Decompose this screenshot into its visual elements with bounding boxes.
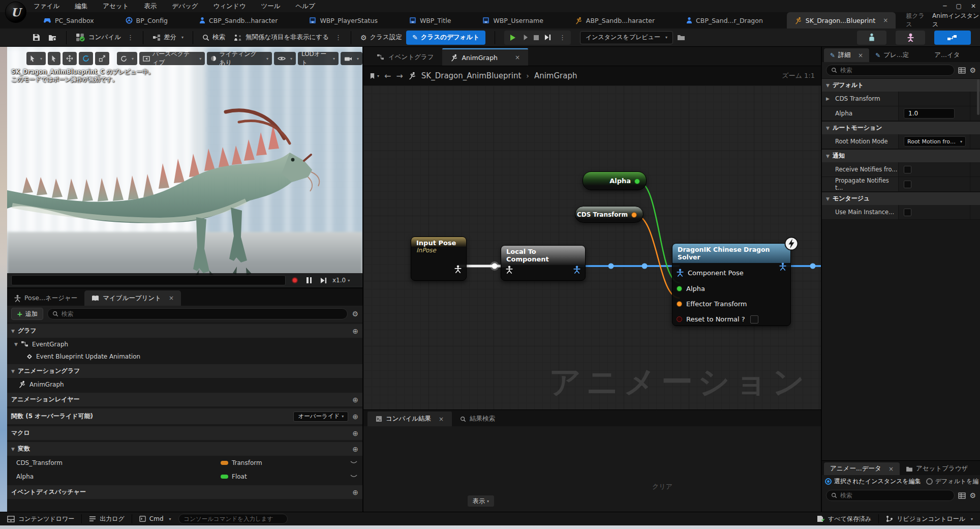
add-dispatcher-icon[interactable]: ⊕ <box>352 488 358 496</box>
root-motion-mode-dropdown[interactable]: Root Motion from M▾ <box>904 136 966 146</box>
node-input-pose[interactable]: Input Pose InPose <box>411 237 467 281</box>
menu-edit[interactable]: 編集 <box>75 2 87 11</box>
maximize-icon[interactable]: ▢ <box>956 3 962 10</box>
tab-my-blueprint[interactable]: マイブループリント × <box>84 290 181 306</box>
preview-instance-dropdown[interactable]: インスタンスをプレビュー▾ <box>580 31 673 44</box>
radio-edit-instance[interactable]: 選択されたインスタンスを編集 <box>825 477 921 486</box>
node-alpha-variable[interactable]: Alpha <box>583 171 647 190</box>
preview-animation-button[interactable] <box>896 31 925 45</box>
tab-bp-config[interactable]: BP_Config <box>118 12 175 28</box>
variable-row-alpha[interactable]: Alpha Float <box>7 469 362 483</box>
eye-closed-icon[interactable] <box>350 475 357 478</box>
viewport-options-dropdown[interactable]: ▾ <box>26 52 46 65</box>
playback-speed-dropdown[interactable]: x1.0▾ <box>332 277 350 284</box>
tab-details[interactable]: ✎ 詳細 × <box>824 48 869 62</box>
bookmark-dropdown[interactable]: ▾ <box>370 73 379 79</box>
snap-rotate-dropdown[interactable]: ▾ <box>117 52 137 65</box>
search-input[interactable] <box>840 67 950 74</box>
cmd-dropdown[interactable]: Cmd▾ <box>132 512 178 525</box>
pose-output-pin[interactable] <box>454 265 462 273</box>
console-command-input[interactable] <box>178 514 288 524</box>
tab-find-results[interactable]: 結果検索 <box>452 412 503 426</box>
override-dropdown[interactable]: オーバーライド▾ <box>293 412 348 422</box>
property-matrix-icon[interactable] <box>958 67 966 74</box>
diff-button[interactable]: 差分▾ <box>148 33 188 42</box>
expander-icon[interactable]: ▶ <box>826 96 830 101</box>
class-defaults-button[interactable]: ✎ クラスのデフォルト <box>406 31 485 45</box>
float-output-pin[interactable] <box>634 179 640 184</box>
component-pose-input-pin[interactable] <box>677 269 684 277</box>
node-local-to-component[interactable]: Local To Component <box>501 245 586 281</box>
search-input[interactable] <box>62 310 343 317</box>
add-button[interactable]: +追加 <box>11 308 43 320</box>
close-tab-icon[interactable]: × <box>889 465 894 473</box>
nav-forward-icon[interactable]: → <box>396 71 403 81</box>
row-use-main-instance[interactable]: Use Main Instance... <box>822 205 980 220</box>
parent-class-link[interactable]: Animインスタンス <box>932 12 980 30</box>
content-drawer-button[interactable]: コンテンツドロワー <box>0 512 81 525</box>
hide-unrelated-button[interactable]: 無関係な項目を非表示にする ⋮ <box>229 33 346 42</box>
show-flags-dropdown[interactable]: ▾ <box>274 52 296 65</box>
anim-graph-row[interactable]: AnimGraph <box>7 378 362 391</box>
hide-unrelated-options-icon[interactable]: ⋮ <box>335 34 342 41</box>
lighting-mode-dropdown[interactable]: ライティングあり▾ <box>207 52 272 65</box>
unreal-logo-icon[interactable]: U <box>5 2 26 23</box>
debug-object-button[interactable] <box>673 34 689 41</box>
section-variables[interactable]: ▼変数⊕ <box>7 442 362 456</box>
tab-cbp-sand-dragon[interactable]: CBP_Sand...r_Dragon <box>679 12 771 28</box>
component-pose-output-pin[interactable] <box>779 262 786 271</box>
select-tool-button[interactable] <box>48 52 60 65</box>
nav-back-icon[interactable]: ← <box>384 71 391 81</box>
node-cds-transform-variable[interactable]: CDS Transform <box>575 206 644 223</box>
my-blueprint-search[interactable] <box>47 308 348 319</box>
tab-abp-sandbox-character[interactable]: ABP_Sandb...haracter <box>567 12 662 28</box>
close-tab-icon[interactable]: × <box>439 416 444 423</box>
save-button[interactable] <box>28 34 44 41</box>
row-propagate-notifies[interactable]: Propagate Notifies t... <box>822 177 980 192</box>
section-macros[interactable]: マクロ⊕ <box>7 426 362 440</box>
browse-asset-button[interactable] <box>44 34 61 41</box>
close-tab-icon[interactable]: × <box>858 52 863 59</box>
section-graphs[interactable]: ▼グラフ⊕ <box>7 324 362 338</box>
minimize-icon[interactable]: ─ <box>943 3 946 10</box>
anim-preview-search[interactable] <box>826 490 955 501</box>
tab-pose-asset-manager[interactable]: Pose...ネージャー <box>7 290 84 306</box>
tab-asset-browser[interactable]: アセットブラウザ <box>900 462 974 475</box>
tab-preview-settings[interactable]: ✎ プレ...定 <box>869 48 915 62</box>
row-receive-notifies[interactable]: Receive Notifies fro... <box>822 162 980 177</box>
event-graph-row[interactable]: ▼ EventGraph <box>7 338 362 350</box>
gear-icon[interactable]: ⚙ <box>969 491 976 499</box>
tab-sk-dragon-blueprint[interactable]: SK_Dragon...Blueprint × <box>787 12 896 28</box>
scale-tool-button[interactable] <box>95 52 109 65</box>
add-variable-icon[interactable]: ⊕ <box>352 445 358 453</box>
section-defaults[interactable]: ▼デフォルト <box>822 78 980 92</box>
tab-wbp-playerstatus[interactable]: WBP_PlayerStatus <box>301 12 385 28</box>
section-animation-layers[interactable]: アニメーションレイヤー⊕ <box>7 393 362 406</box>
row-cds-transform[interactable]: ▶CDS Transform <box>822 92 980 106</box>
property-matrix-icon[interactable] <box>958 492 966 499</box>
tab-wbp-username[interactable]: WBP_Username <box>475 12 550 28</box>
add-macro-icon[interactable]: ⊕ <box>352 429 358 437</box>
radio-edit-defaults[interactable]: デフォルトを編 <box>926 477 979 486</box>
rotate-tool-button[interactable] <box>79 52 93 65</box>
details-scrollbar[interactable] <box>977 79 979 115</box>
row-root-motion-mode[interactable]: Root Motion Mode Root Motion from M▾ <box>822 134 980 149</box>
step-forward-button[interactable] <box>318 275 328 285</box>
tab-anim-preview-data[interactable]: アニメー...データ × <box>824 462 900 475</box>
clear-button[interactable]: クリア <box>652 482 672 491</box>
menu-help[interactable]: ヘルプ <box>296 2 315 11</box>
tab-anim-graph-doc[interactable]: AnimGraph × <box>442 48 529 66</box>
timeline-scrubber[interactable] <box>11 275 286 285</box>
preview-mesh-button[interactable] <box>857 31 886 45</box>
revision-control-dropdown[interactable]: リビジョンコントロール▾ <box>879 512 980 525</box>
gear-icon[interactable]: ⚙ <box>969 66 976 74</box>
menu-view[interactable]: 表示 <box>144 2 157 11</box>
receive-notifies-checkbox[interactable] <box>904 166 911 173</box>
transform-output-pin[interactable] <box>631 212 637 218</box>
search-input[interactable] <box>840 492 950 499</box>
tab-event-graph-doc[interactable]: イベントグラフ <box>369 48 442 66</box>
menu-window[interactable]: ウィンドウ <box>213 2 246 11</box>
move-tool-button[interactable] <box>63 52 77 65</box>
alpha-value-field[interactable]: 1.0 <box>904 108 955 119</box>
close-tab-icon[interactable]: × <box>883 17 888 24</box>
